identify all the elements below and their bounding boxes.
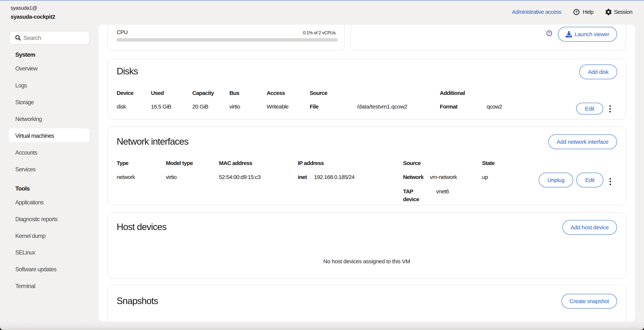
svg-text:?: ? [548, 31, 550, 35]
svg-text:?: ? [575, 10, 578, 14]
